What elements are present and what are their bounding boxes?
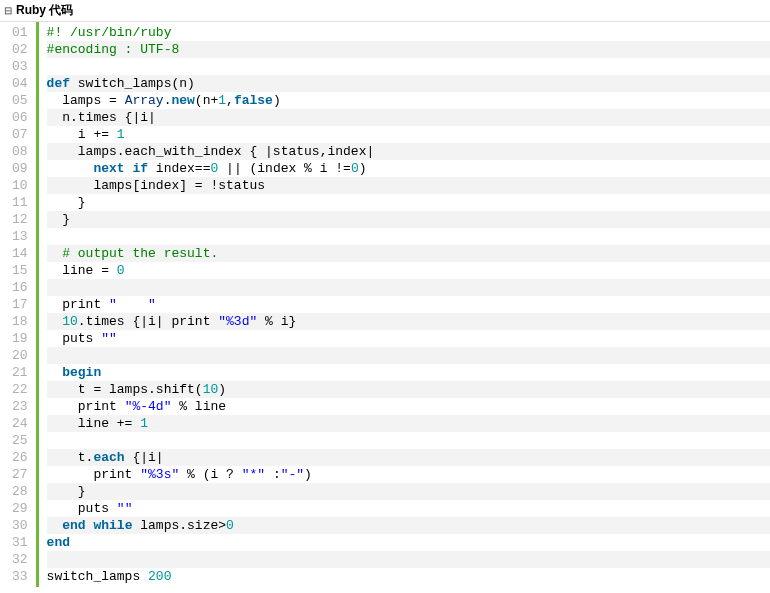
code-token: ) xyxy=(218,382,226,397)
code-line: # output the result. xyxy=(47,245,770,262)
line-number: 19 xyxy=(12,330,28,347)
code-token: % line xyxy=(171,399,226,414)
code-token: "%3d" xyxy=(218,314,257,329)
line-number: 25 xyxy=(12,432,28,449)
code-token xyxy=(47,246,63,261)
line-number: 20 xyxy=(12,347,28,364)
code-container: 0102030405060708091011121314151617181920… xyxy=(0,22,770,587)
code-token xyxy=(47,314,63,329)
code-token: new xyxy=(171,93,194,108)
line-number: 01 xyxy=(12,24,28,41)
code-token: 200 xyxy=(148,569,171,584)
code-token: , xyxy=(226,93,234,108)
code-token: end xyxy=(47,535,70,550)
code-line: t.each {|i| xyxy=(47,449,770,466)
code-token: puts xyxy=(47,331,102,346)
line-number: 12 xyxy=(12,211,28,228)
code-line: end while lamps.size>0 xyxy=(47,517,770,534)
code-token: each xyxy=(93,450,124,465)
collapse-icon[interactable]: ⊟ xyxy=(4,6,12,16)
code-token: next xyxy=(93,161,124,176)
code-line: } xyxy=(47,211,770,228)
code-token: while xyxy=(93,518,132,533)
line-number: 29 xyxy=(12,500,28,517)
code-token: 10 xyxy=(62,314,78,329)
code-token xyxy=(47,433,55,448)
code-token: 0 xyxy=(351,161,359,176)
line-number: 32 xyxy=(12,551,28,568)
code-line: line = 0 xyxy=(47,262,770,279)
line-number: 30 xyxy=(12,517,28,534)
code-line: begin xyxy=(47,364,770,381)
code-block-title: Ruby 代码 xyxy=(16,2,73,19)
code-token: end xyxy=(62,518,85,533)
code-line: lamps[index] = !status xyxy=(47,177,770,194)
line-number: 14 xyxy=(12,245,28,262)
code-token: "%-4d" xyxy=(125,399,172,414)
code-token: i += xyxy=(47,127,117,142)
code-token xyxy=(47,280,55,295)
line-number: 02 xyxy=(12,41,28,58)
code-token: 1 xyxy=(218,93,226,108)
code-token: } xyxy=(47,484,86,499)
code-token: || (index % i != xyxy=(218,161,351,176)
line-number: 04 xyxy=(12,75,28,92)
code-line: n.times {|i| xyxy=(47,109,770,126)
line-number: 17 xyxy=(12,296,28,313)
code-token xyxy=(47,59,55,74)
code-token: puts xyxy=(47,501,117,516)
code-block-header: ⊟ Ruby 代码 xyxy=(0,0,770,22)
code-token: ) xyxy=(359,161,367,176)
code-token: n.times {|i| xyxy=(47,110,156,125)
line-number: 31 xyxy=(12,534,28,551)
code-token: line += xyxy=(47,416,141,431)
code-line xyxy=(47,551,770,568)
code-token: "" xyxy=(101,331,117,346)
line-number: 22 xyxy=(12,381,28,398)
code-line: #! /usr/bin/ruby xyxy=(47,24,770,41)
code-token: begin xyxy=(62,365,101,380)
code-token xyxy=(47,161,94,176)
code-token: ) xyxy=(273,93,281,108)
code-token: 1 xyxy=(140,416,148,431)
code-token: switch_lamps(n) xyxy=(70,76,195,91)
code-area: #! /usr/bin/ruby#encoding : UTF-8 def sw… xyxy=(39,22,770,587)
code-token: switch_lamps xyxy=(47,569,148,584)
line-number: 08 xyxy=(12,143,28,160)
code-line: switch_lamps 200 xyxy=(47,568,770,585)
code-line xyxy=(47,228,770,245)
code-token: #! /usr/bin/ruby xyxy=(47,25,172,40)
code-line: puts "" xyxy=(47,330,770,347)
code-token: print xyxy=(47,297,109,312)
code-line: lamps = Array.new(n+1,false) xyxy=(47,92,770,109)
code-token: print xyxy=(47,467,141,482)
code-token: ) xyxy=(304,467,312,482)
code-line: lamps.each_with_index { |status,index| xyxy=(47,143,770,160)
line-number: 26 xyxy=(12,449,28,466)
code-line xyxy=(47,432,770,449)
code-token: if xyxy=(132,161,148,176)
code-token: t = lamps.shift( xyxy=(47,382,203,397)
code-line: } xyxy=(47,483,770,500)
line-number: 28 xyxy=(12,483,28,500)
code-token: index== xyxy=(148,161,210,176)
code-token: lamps.each_with_index { |status,index| xyxy=(47,144,375,159)
line-number: 11 xyxy=(12,194,28,211)
line-number: 03 xyxy=(12,58,28,75)
line-number: 05 xyxy=(12,92,28,109)
code-token: "*" xyxy=(242,467,265,482)
code-token: #encoding : UTF-8 xyxy=(47,42,180,57)
code-line: 10.times {|i| print "%3d" % i} xyxy=(47,313,770,330)
code-token: "" xyxy=(117,501,133,516)
code-token: lamps[index] = !status xyxy=(47,178,265,193)
code-line: #encoding : UTF-8 xyxy=(47,41,770,58)
code-token: false xyxy=(234,93,273,108)
code-line xyxy=(47,347,770,364)
line-number: 21 xyxy=(12,364,28,381)
line-number-gutter: 0102030405060708091011121314151617181920… xyxy=(0,22,39,587)
code-token: 0 xyxy=(226,518,234,533)
code-token: lamps = xyxy=(47,93,125,108)
line-number: 10 xyxy=(12,177,28,194)
code-token xyxy=(47,365,63,380)
code-token: 1 xyxy=(117,127,125,142)
